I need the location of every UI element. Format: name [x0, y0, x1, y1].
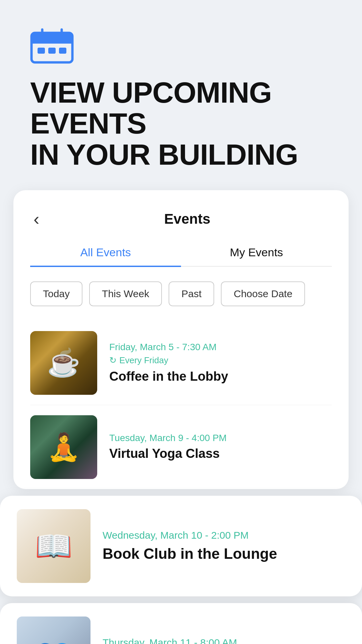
meetgreet-card-wrapper: Thursday, March 11 - 8:00 AM Building Me… — [0, 603, 362, 644]
book-club-card-wrapper: Wednesday, March 10 - 2:00 PM Book Club … — [0, 496, 362, 596]
event-item-yoga[interactable]: Tuesday, March 9 - 4:00 PM Virtual Yoga … — [30, 405, 332, 489]
event-card-bookclub[interactable]: Wednesday, March 10 - 2:00 PM Book Club … — [0, 496, 362, 596]
filter-choose-date[interactable]: Choose Date — [221, 281, 305, 306]
event-image-coffee — [30, 331, 97, 395]
svg-rect-6 — [48, 48, 56, 54]
event-date-coffee: Friday, March 5 - 7:30 AM — [109, 342, 332, 353]
event-info-yoga: Tuesday, March 9 - 4:00 PM Virtual Yoga … — [109, 415, 332, 479]
calendar-icon — [30, 27, 74, 64]
app-header-title: Events — [43, 211, 332, 227]
back-button[interactable]: ‹ — [30, 207, 43, 231]
event-title-coffee: Coffee in the Lobby — [109, 369, 332, 384]
svg-rect-5 — [38, 48, 45, 54]
event-title-bookclub: Book Club in the Lounge — [103, 545, 345, 563]
svg-rect-2 — [32, 38, 72, 44]
tab-all-events[interactable]: All Events — [30, 246, 181, 267]
event-image-bookclub — [17, 509, 90, 583]
event-list: Friday, March 5 - 7:30 AM ↻ Every Friday… — [30, 321, 332, 489]
svg-rect-7 — [59, 48, 66, 54]
event-info-meetgreet: Thursday, March 11 - 8:00 AM Building Me… — [103, 616, 345, 644]
recur-icon: ↻ — [109, 355, 117, 366]
filter-today[interactable]: Today — [30, 281, 82, 306]
tab-my-events[interactable]: My Events — [181, 246, 332, 266]
hero-section: VIEW UPCOMING EVENTS IN YOUR BUILDING — [0, 0, 362, 190]
event-date-bookclub: Wednesday, March 10 - 2:00 PM — [103, 530, 345, 541]
event-item-bookclub[interactable]: Wednesday, March 10 - 2:00 PM Book Club … — [0, 496, 362, 596]
hero-title: VIEW UPCOMING EVENTS IN YOUR BUILDING — [30, 77, 332, 170]
event-info-coffee: Friday, March 5 - 7:30 AM ↻ Every Friday… — [109, 331, 332, 395]
app-card: ‹ Events All Events My Events Today This… — [13, 190, 349, 489]
event-date-meetgreet: Thursday, March 11 - 8:00 AM — [103, 637, 345, 644]
event-date-yoga: Tuesday, March 9 - 4:00 PM — [109, 433, 332, 443]
tabs-row: All Events My Events — [30, 246, 332, 267]
recur-label: Every Friday — [119, 355, 168, 366]
filter-this-week[interactable]: This Week — [89, 281, 162, 306]
event-image-yoga — [30, 415, 97, 479]
filter-row: Today This Week Past Choose Date — [30, 281, 332, 306]
event-item-coffee[interactable]: Friday, March 5 - 7:30 AM ↻ Every Friday… — [30, 321, 332, 405]
event-recur-coffee: ↻ Every Friday — [109, 355, 332, 366]
event-card-meetgreet[interactable]: Thursday, March 11 - 8:00 AM Building Me… — [0, 603, 362, 644]
filter-past[interactable]: Past — [169, 281, 214, 306]
event-info-bookclub: Wednesday, March 10 - 2:00 PM Book Club … — [103, 509, 345, 583]
event-image-meetgreet — [17, 616, 90, 644]
event-title-yoga: Virtual Yoga Class — [109, 446, 332, 462]
app-header: ‹ Events — [30, 207, 332, 231]
event-item-meetgreet[interactable]: Thursday, March 11 - 8:00 AM Building Me… — [0, 603, 362, 644]
